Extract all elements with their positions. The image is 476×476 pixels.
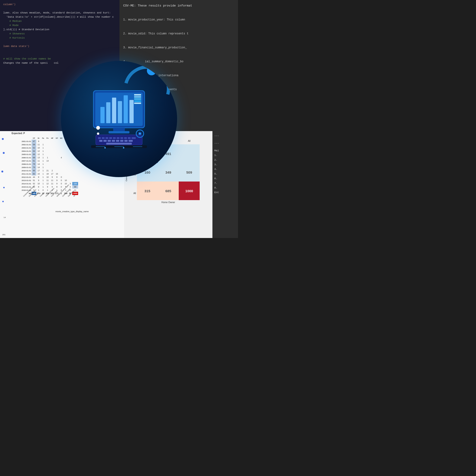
year-header — [21, 136, 32, 140]
svg-rect-8 — [134, 94, 141, 96]
svg-point-38 — [104, 147, 106, 149]
svg-rect-27 — [103, 140, 107, 142]
right-text-dashes2: --- — [214, 141, 236, 146]
scatter-dot — [2, 138, 4, 140]
matrix-row-3: 315 685 1000 — [137, 182, 200, 200]
code-line-4: 'Data Stats:\n' + str(df[column].describ… — [3, 15, 122, 19]
logo-overlay — [61, 61, 177, 177]
svg-rect-30 — [116, 140, 119, 142]
cell-no-all — [179, 144, 200, 163]
row-2011: 2011-01-01 — [21, 172, 32, 175]
svg-rect-20 — [113, 137, 116, 139]
code-line-3: lumn. Also shows meadian, mode, standard… — [3, 11, 122, 15]
svg-rect-5 — [118, 101, 122, 123]
code-line-12 — [3, 48, 122, 52]
svg-point-41 — [123, 147, 124, 149]
x-axis-title-matrix: Home Owner — [137, 201, 200, 204]
cell-yes-all: 509 — [179, 163, 200, 182]
svg-rect-4 — [112, 98, 116, 123]
cell-all-yes: 685 — [158, 182, 179, 200]
row-2010: 2010-01-01 — [21, 169, 32, 172]
row-2007: 2007-01-01 — [21, 159, 32, 162]
svg-rect-25 — [132, 137, 136, 139]
svg-rect-6 — [124, 95, 128, 123]
svg-rect-22 — [120, 137, 123, 139]
svg-rect-10 — [134, 98, 141, 100]
right-text-2: 2. — [214, 158, 236, 162]
code-line-8: # Skewness — [3, 32, 122, 36]
col-dr: Dr — [36, 136, 41, 140]
text-line-3: 3. movie_financial_summary_production_ — [123, 45, 234, 50]
svg-rect-9 — [134, 96, 141, 98]
csv-title: CSV-ME: These results provide informat — [123, 3, 234, 8]
text-line-blank2 — [123, 24, 234, 29]
col-hf: HF — [50, 136, 54, 140]
row-label-all: All — [129, 184, 137, 203]
right-text-5: 5. — [214, 171, 236, 176]
scatter-dot — [3, 152, 5, 154]
x-axis-min: 14 — [0, 216, 9, 220]
svg-rect-32 — [124, 140, 128, 142]
svg-rect-14 — [109, 131, 129, 133]
code-line-14: # Will show the column names be — [3, 57, 122, 61]
right-side-text: --- --- Mai 1. 2. 3. 4. 5. 6. 7. 8. Ent — [212, 131, 238, 238]
svg-point-43 — [96, 126, 100, 130]
row-2014: 2014-01-01 — [21, 182, 32, 185]
right-text-6: 6. — [214, 176, 236, 181]
svg-rect-34 — [106, 143, 132, 145]
row-2002: 2002-01-01 — [21, 143, 32, 146]
scatter-dot — [3, 187, 5, 188]
row-2005: 2005-01-01 — [21, 153, 32, 156]
svg-rect-3 — [106, 102, 110, 123]
code-line-6: # Mode — [3, 23, 122, 27]
row-2009: 2009-01-01 — [21, 166, 32, 169]
svg-rect-2 — [101, 107, 105, 123]
monitor-svg — [86, 88, 152, 149]
text-line-blank3 — [123, 38, 234, 43]
right-text-7: 7. — [214, 181, 236, 186]
svg-rect-13 — [113, 128, 125, 132]
svg-point-47 — [139, 133, 141, 135]
text-line-1: 1. movie_production_year: This column — [123, 17, 234, 22]
svg-rect-12 — [134, 102, 141, 104]
svg-rect-24 — [128, 137, 131, 139]
row-2004: 2004-01-01 — [21, 150, 32, 153]
logo-arc-dot — [147, 66, 156, 75]
code-line-2 — [3, 6, 122, 11]
right-text-3: 3. — [214, 162, 236, 167]
logo-circle — [61, 61, 177, 177]
text-line-blank1 — [123, 10, 234, 15]
svg-rect-31 — [120, 140, 123, 142]
row-2001: 2001-01-01 — [21, 140, 32, 143]
right-text-8: 8. — [214, 186, 236, 190]
x-axis-title: movie_creative_type_display_name — [14, 210, 130, 213]
svg-rect-7 — [129, 100, 134, 123]
right-text-1: 1. — [214, 153, 236, 158]
row-2003: 2003-01-01 — [21, 146, 32, 150]
row-2012: 2012-01-01 — [21, 175, 32, 179]
row-2006: 2006-01-01 — [21, 156, 32, 159]
code-line-7: ].std())) # Standard Deviation — [3, 27, 122, 32]
row-2013: 2013-01-01 — [21, 179, 32, 182]
svg-rect-11 — [134, 101, 141, 102]
text-line-2: 2. movie_odid: This column represents t — [123, 31, 234, 36]
right-spacer1 — [214, 138, 236, 141]
right-text-dashes1: --- — [214, 133, 236, 138]
svg-rect-16 — [98, 137, 101, 139]
code-line-9: # Kurtosis — [3, 36, 122, 40]
col-kf: KF — [55, 136, 59, 140]
scatter-dot — [2, 201, 4, 202]
svg-rect-33 — [129, 140, 133, 142]
logo-monitor — [86, 88, 152, 150]
col-fn: Fn — [45, 136, 50, 140]
svg-rect-18 — [105, 137, 108, 139]
right-text-mai: Mai — [214, 148, 236, 153]
svg-point-44 — [97, 133, 99, 135]
scatter-dot — [1, 170, 3, 172]
col-fa: Fa — [41, 136, 45, 140]
code-line-13 — [3, 52, 122, 57]
code-line-10 — [3, 40, 122, 44]
svg-rect-29 — [112, 140, 115, 142]
x-axis-container: Contemporary Fiction Dramatization Factu… — [23, 196, 130, 198]
col-cf: CF — [32, 136, 36, 140]
